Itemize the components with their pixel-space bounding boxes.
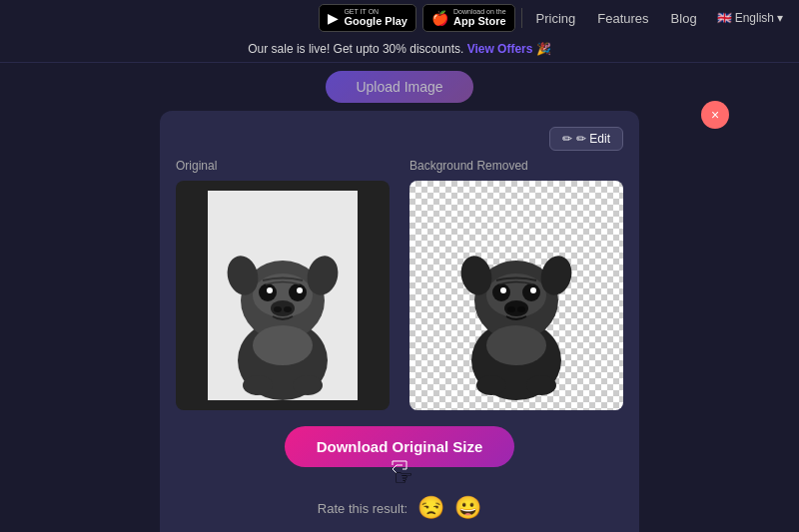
rating-label: Rate this result: [318, 501, 407, 516]
close-button[interactable]: × [701, 101, 729, 129]
google-play-button[interactable]: ▶ GET IT ON Google Play [319, 4, 416, 32]
svg-point-15 [293, 375, 323, 395]
upload-image-button[interactable]: Upload Image [326, 71, 472, 103]
svg-point-9 [274, 306, 282, 312]
svg-point-28 [486, 325, 546, 365]
svg-point-29 [476, 375, 506, 395]
original-panel: Original [176, 159, 390, 410]
nav-divider [521, 8, 522, 28]
language-selector[interactable]: 🇬🇧 English ▾ [711, 11, 789, 25]
app-store-main-text: App Store [453, 15, 506, 28]
features-link[interactable]: Features [589, 11, 656, 26]
flag-icon: 🇬🇧 [717, 11, 732, 25]
download-section: Download Original Size ☞ Rate this resul… [176, 426, 623, 532]
svg-point-10 [284, 306, 292, 312]
google-play-main-text: Google Play [344, 15, 407, 28]
bg-removed-panel: Background Removed [409, 159, 623, 410]
pricing-link[interactable]: Pricing [528, 11, 584, 26]
chevron-down-icon: ▾ [777, 11, 783, 25]
lang-label: English [735, 11, 774, 25]
edit-panel: ✏ ✏ Edit [176, 127, 623, 151]
edit-icon: ✏ [562, 132, 572, 146]
svg-point-30 [526, 375, 556, 395]
image-comparison: Original [176, 159, 623, 410]
google-play-icon: ▶ [328, 10, 339, 26]
bg-removed-dog-image [441, 191, 591, 400]
bg-removed-label-text: Background Removed [409, 159, 623, 173]
cursor-icon: ☞ [394, 465, 413, 491]
original-image-box [176, 181, 390, 410]
svg-point-14 [243, 375, 273, 395]
app-store-button[interactable]: 🍎 Download on the App Store [422, 4, 515, 32]
svg-point-6 [267, 287, 273, 293]
view-offers-link[interactable]: View Offers 🎉 [467, 42, 551, 56]
original-label: Original [176, 159, 390, 173]
svg-point-7 [297, 287, 303, 293]
google-play-top-text: GET IT ON [344, 8, 379, 15]
top-nav: ▶ GET IT ON Google Play 🍎 Download on th… [0, 0, 799, 36]
svg-point-21 [500, 287, 506, 293]
sale-text: Our sale is live! Get upto 30% discounts… [248, 42, 463, 56]
rating-good-emoji[interactable]: 😀 [454, 495, 481, 521]
upload-bar: Upload Image [0, 63, 799, 111]
main-card: ✏ ✏ Edit Original [160, 111, 639, 532]
blog-link[interactable]: Blog [663, 11, 705, 26]
bg-removed-label [363, 127, 549, 151]
edit-label: ✏ Edit [576, 132, 610, 146]
svg-point-22 [530, 287, 536, 293]
rating-bad-emoji[interactable]: 😒 [417, 495, 444, 521]
download-button[interactable]: Download Original Size [285, 426, 515, 467]
rating-section: Rate this result: 😒 😀 [318, 495, 481, 521]
svg-point-24 [507, 306, 515, 312]
svg-point-25 [517, 306, 525, 312]
app-store-top-text: Download on the [453, 8, 506, 15]
bg-removed-image-box [409, 181, 623, 410]
apple-icon: 🍎 [431, 10, 448, 26]
edit-button[interactable]: ✏ ✏ Edit [549, 127, 623, 151]
original-dog-image [208, 191, 358, 400]
svg-point-13 [253, 325, 313, 365]
sale-banner: Our sale is live! Get upto 30% discounts… [0, 36, 799, 63]
